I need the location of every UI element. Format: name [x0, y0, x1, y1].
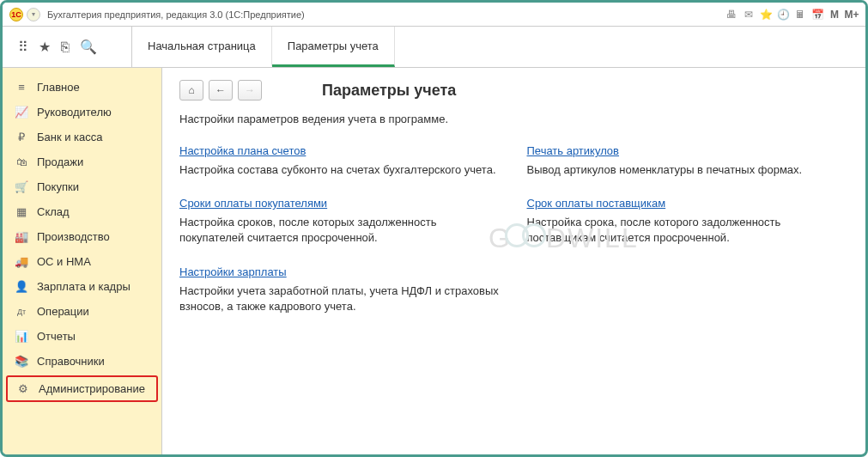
sidebar-item-operations[interactable]: ДтОперации: [3, 299, 161, 324]
app-logo-icon: 1С: [9, 8, 23, 21]
nav-buttons: ⌂ ← →: [179, 80, 262, 101]
factory-icon: 🏭: [15, 230, 28, 243]
sidebar-item-label: Покупки: [37, 180, 79, 193]
clipboard-icon[interactable]: ⎘: [61, 40, 70, 55]
dropdown-icon[interactable]: ▾: [27, 8, 40, 21]
sidebar-item-label: Руководителю: [37, 106, 112, 119]
setting-customer-payment: Сроки оплаты покупателями Настройка срок…: [179, 195, 501, 246]
sidebar-item-production[interactable]: 🏭Производство: [3, 224, 161, 249]
bag-icon: 🛍: [15, 155, 28, 168]
setting-salary: Настройки зарплаты Настройки учета зараб…: [179, 264, 501, 314]
topbar: ⠿ ★ ⎘ 🔍 Начальная страница Параметры уче…: [3, 27, 865, 68]
sidebar-item-admin[interactable]: ⚙Администрирование: [6, 375, 158, 402]
setting-desc: Настройка состава субконто на счетах бух…: [179, 162, 501, 178]
star-icon[interactable]: ★: [39, 39, 51, 55]
home-button[interactable]: ⌂: [179, 80, 203, 101]
sidebar-item-label: Главное: [37, 81, 80, 94]
sidebar-item-label: Склад: [37, 205, 70, 218]
sidebar: ≡Главное 📈Руководителю ₽Банк и касса 🛍Пр…: [3, 68, 162, 454]
gear-icon: ⚙: [16, 382, 30, 395]
grid-icon: ▦: [15, 205, 28, 218]
search-icon[interactable]: 🔍: [80, 39, 97, 55]
sidebar-item-label: Справочники: [37, 355, 105, 368]
barchart-icon: 📊: [15, 330, 28, 343]
setting-link[interactable]: Сроки оплаты покупателями: [179, 197, 327, 210]
content-header: ⌂ ← → Параметры учета: [179, 80, 848, 101]
setting-desc: Настройка сроков, после которых задолжен…: [179, 215, 501, 246]
sidebar-item-sales[interactable]: 🛍Продажи: [3, 149, 161, 174]
content: ⌂ ← → Параметры учета Настройки параметр…: [162, 68, 865, 454]
favorite-icon[interactable]: ⭐: [759, 8, 773, 21]
sidebar-item-label: Операции: [37, 305, 89, 318]
sidebar-item-label: Отчеты: [37, 330, 76, 343]
page-subtitle: Настройки параметров ведения учета в про…: [179, 113, 848, 125]
topbar-left: ⠿ ★ ⎘ 🔍: [3, 27, 131, 67]
sidebar-item-bank[interactable]: ₽Банк и касса: [3, 125, 161, 149]
sidebar-item-label: Администрирование: [39, 382, 145, 395]
setting-chart-of-accounts: Настройка плана счетов Настройка состава…: [179, 143, 501, 178]
truck-icon: 🚚: [15, 255, 28, 268]
sidebar-item-label: Производство: [37, 230, 110, 243]
apps-icon[interactable]: ⠿: [18, 39, 28, 55]
mplus-button[interactable]: M+: [845, 8, 859, 21]
calendar-icon[interactable]: 📅: [810, 8, 824, 21]
settings-grid: Настройка плана счетов Настройка состава…: [179, 143, 848, 314]
setting-supplier-payment: Срок оплаты поставщикам Настройка срока,…: [527, 195, 849, 246]
setting-link[interactable]: Настройка плана счетов: [179, 144, 306, 157]
sidebar-item-warehouse[interactable]: ▦Склад: [3, 199, 161, 224]
setting-desc: Настройка срока, после которого задолжен…: [527, 215, 849, 246]
sidebar-item-label: ОС и НМА: [37, 255, 91, 268]
setting-print-articles: Печать артикулов Вывод артикулов номенкл…: [527, 143, 849, 178]
sidebar-item-reports[interactable]: 📊Отчеты: [3, 324, 161, 349]
sidebar-item-label: Зарплата и кадры: [37, 280, 131, 293]
setting-link[interactable]: Печать артикулов: [527, 144, 620, 157]
ruble-icon: ₽: [15, 131, 28, 143]
titlebar-icons: 🖶 ✉ ⭐ 🕘 🖩 📅 M M+: [725, 8, 859, 21]
tab-start-page[interactable]: Начальная страница: [132, 27, 272, 67]
calculator-icon[interactable]: 🖩: [793, 8, 807, 21]
history-icon[interactable]: 🕘: [776, 8, 790, 21]
cart-icon: 🛒: [15, 180, 28, 193]
sidebar-item-main[interactable]: ≡Главное: [3, 75, 161, 100]
sidebar-item-manager[interactable]: 📈Руководителю: [3, 100, 161, 125]
setting-desc: Вывод артикулов номенклатуры в печатных …: [527, 162, 849, 178]
forward-button[interactable]: →: [238, 80, 262, 101]
dtkt-icon: Дт: [15, 308, 28, 316]
setting-link[interactable]: Срок оплаты поставщикам: [527, 197, 666, 210]
person-icon: 👤: [15, 280, 28, 293]
window-title: Бухгалтерия предприятия, редакция 3.0 (1…: [47, 9, 305, 20]
sidebar-item-salary[interactable]: 👤Зарплата и кадры: [3, 274, 161, 299]
setting-link[interactable]: Настройки зарплаты: [179, 265, 287, 278]
mail-icon[interactable]: ✉: [742, 8, 756, 21]
print-icon[interactable]: 🖶: [725, 8, 738, 21]
sidebar-item-label: Банк и касса: [37, 131, 103, 143]
menu-icon: ≡: [15, 81, 28, 94]
sidebar-item-references[interactable]: 📚Справочники: [3, 349, 161, 374]
sidebar-item-purchases[interactable]: 🛒Покупки: [3, 174, 161, 199]
chart-icon: 📈: [15, 106, 28, 119]
m-button[interactable]: M: [828, 8, 841, 21]
tab-accounting-params[interactable]: Параметры учета: [272, 27, 395, 67]
setting-desc: Настройки учета заработной платы, учета …: [179, 283, 501, 314]
books-icon: 📚: [15, 355, 28, 368]
titlebar: 1С ▾ Бухгалтерия предприятия, редакция 3…: [3, 3, 865, 27]
tabs: Начальная страница Параметры учета: [131, 27, 395, 67]
sidebar-item-assets[interactable]: 🚚ОС и НМА: [3, 249, 161, 274]
page-title: Параметры учета: [322, 82, 456, 100]
main: ≡Главное 📈Руководителю ₽Банк и касса 🛍Пр…: [3, 68, 865, 454]
back-button[interactable]: ←: [209, 80, 233, 101]
sidebar-item-label: Продажи: [37, 155, 83, 168]
